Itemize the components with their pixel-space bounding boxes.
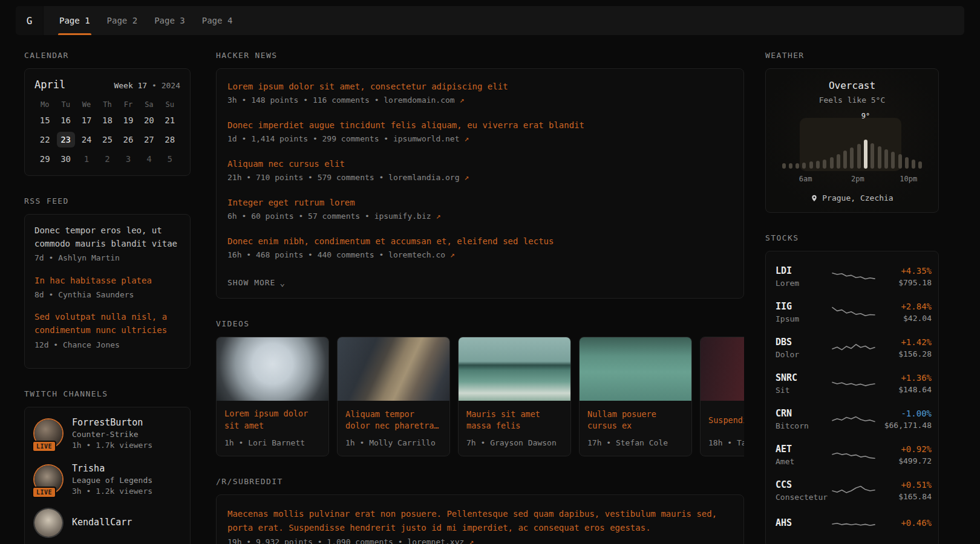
video-thumbnail[interactable] xyxy=(701,337,744,401)
rss-item-link[interactable]: Sed volutpat nulla nisl, a condimentum n… xyxy=(34,311,180,337)
calendar-day[interactable]: 29 xyxy=(36,151,54,167)
stock-name: Ipsum xyxy=(776,314,831,323)
stock-sparkline xyxy=(831,515,876,533)
twitch-channel-row[interactable]: KendallCarr xyxy=(34,509,180,537)
twitch-channel-name[interactable]: ForrestBurton xyxy=(72,417,152,428)
twitch-channel-name[interactable]: Trisha xyxy=(72,463,152,474)
video-card[interactable]: Aliquam tempor dolor nec pharetra… 1h • … xyxy=(337,337,450,456)
hackernews-item-meta: 3h • 148 points • 116 comments • loremdo… xyxy=(227,95,733,106)
calendar-day[interactable]: 3 xyxy=(119,151,137,167)
calendar-day[interactable]: 4 xyxy=(140,151,158,167)
calendar-day[interactable]: 2 xyxy=(98,151,116,167)
calendar-day[interactable]: 26 xyxy=(119,132,137,147)
weather-times: 6am2pm10pm xyxy=(782,175,923,184)
video-card[interactable]: Suspendisse diam 18h • Tara xyxy=(700,337,744,456)
weather-bar xyxy=(795,163,799,169)
twitch-channel-row[interactable]: LIVE ForrestBurton Counter-Strike 1h • 1… xyxy=(34,417,180,450)
stock-sparkline xyxy=(831,446,876,464)
page-tab[interactable]: Page 2 xyxy=(106,6,139,35)
video-thumbnail[interactable] xyxy=(338,337,449,401)
video-title-link[interactable]: Mauris sit amet massa felis xyxy=(466,408,563,432)
video-meta: 1h • Lori Barnett xyxy=(224,438,321,447)
subreddit-item-domain[interactable]: loremnet.xyz xyxy=(407,537,464,544)
video-thumbnail[interactable] xyxy=(459,337,570,401)
video-card[interactable]: Nullam posuere cursus ex 17h • Stefan Co… xyxy=(579,337,692,456)
hackernews-item-link[interactable]: Donec imperdiet augue tincidunt felis al… xyxy=(227,120,584,131)
video-card[interactable]: Mauris sit amet massa felis 7h • Grayson… xyxy=(458,337,571,456)
video-card-body: Nullam posuere cursus ex 17h • Stefan Co… xyxy=(580,401,691,456)
video-card[interactable]: Lorem ipsum dolor sit amet consectetu… 1… xyxy=(216,337,329,456)
twitch-channel-row[interactable]: LIVE Trisha League of Legends 3h • 1.2k … xyxy=(34,463,180,496)
stock-change: +0.46% xyxy=(876,518,932,528)
hackernews-item-domain[interactable]: ipsumify.biz xyxy=(374,212,431,221)
hackernews-show-more-button[interactable]: SHOW MORE⌄ xyxy=(227,276,286,290)
stock-price: $42.04 xyxy=(876,314,932,323)
stock-price: $499.72 xyxy=(876,456,932,465)
video-title-link[interactable]: Suspendisse diam xyxy=(708,408,744,432)
calendar-day[interactable]: 5 xyxy=(161,151,179,167)
calendar-day[interactable]: 20 xyxy=(140,112,158,128)
calendar-day[interactable]: 19 xyxy=(119,112,137,128)
stock-price: $156.28 xyxy=(876,349,932,358)
stock-info: DBS Dolor xyxy=(776,337,831,359)
subreddit-item-link[interactable]: Maecenas mollis pulvinar erat non posuer… xyxy=(227,507,733,534)
video-thumbnail[interactable] xyxy=(580,337,691,401)
stock-row: AHS +0.46% xyxy=(776,508,929,540)
external-link-icon: ↗ xyxy=(469,537,474,544)
hackernews-item-domain[interactable]: ipsumworld.net xyxy=(393,134,460,143)
stock-ticker: LDI xyxy=(776,265,831,276)
stock-row: LDI Lorem +4.35% $795.18 xyxy=(776,259,929,294)
twitch-channel-info: ForrestBurton Counter-Strike 1h • 1.7k v… xyxy=(72,417,152,450)
calendar-week: Week 17 xyxy=(114,81,147,90)
rss-item-link[interactable]: Donec tempor eros leo, ut commodo mauris… xyxy=(34,224,180,250)
page-tab[interactable]: Page 1 xyxy=(58,6,91,35)
hackernews-item-meta: 6h • 60 points • 57 comments • ipsumify.… xyxy=(227,211,733,222)
stock-change: +2.84% xyxy=(876,302,932,311)
app-logo[interactable]: G xyxy=(16,6,44,35)
video-title-link[interactable]: Aliquam tempor dolor nec pharetra… xyxy=(345,408,442,432)
stock-values: +0.92% $499.72 xyxy=(876,444,932,465)
calendar-day[interactable]: 15 xyxy=(36,112,54,128)
calendar-day[interactable]: 27 xyxy=(140,132,158,147)
video-meta: 1h • Molly Carrillo xyxy=(345,438,442,447)
hackernews-item-link[interactable]: Donec enim nibh, condimentum et accumsan… xyxy=(227,236,554,247)
external-link-icon: ↗ xyxy=(464,134,469,143)
twitch-channel-game: Counter-Strike xyxy=(72,430,152,439)
calendar-day[interactable]: 21 xyxy=(161,112,179,128)
calendar-panel: April Week 17 • 2024 MoTuWeThFrSaSu 15 1… xyxy=(24,68,191,176)
page-tab[interactable]: Page 4 xyxy=(201,6,234,35)
subreddit-item-meta: 19h • 9,932 points • 1,090 comments • lo… xyxy=(227,537,733,544)
weather-bar xyxy=(823,160,826,169)
calendar-day[interactable]: 24 xyxy=(77,132,96,147)
hackernews-item-link[interactable]: Lorem ipsum dolor sit amet, consectetur … xyxy=(227,81,508,92)
stock-info: AHS xyxy=(776,517,831,531)
calendar-day[interactable]: 22 xyxy=(36,132,54,147)
calendar-day[interactable]: 30 xyxy=(57,151,75,167)
calendar-day[interactable]: 28 xyxy=(161,132,179,147)
calendar-day[interactable]: 23 xyxy=(57,132,75,147)
video-thumbnail[interactable] xyxy=(217,337,328,401)
rss-item-link[interactable]: In hac habitasse platea xyxy=(34,274,152,288)
stock-values: -1.00% $66,171.48 xyxy=(876,409,932,430)
video-title-link[interactable]: Lorem ipsum dolor sit amet consectetu… xyxy=(224,408,321,432)
weather-time-label: 2pm xyxy=(851,175,864,183)
weather-bar xyxy=(864,140,867,169)
weather-bar xyxy=(918,161,922,169)
subreddit-widget-title: /R/SUBREDDIT xyxy=(216,477,744,486)
stock-sparkline xyxy=(831,482,876,500)
hackernews-item-domain[interactable]: loremtech.co xyxy=(388,250,445,259)
hackernews-item-domain[interactable]: loremdomain.com xyxy=(384,96,454,105)
calendar-day[interactable]: 17 xyxy=(77,112,96,128)
hackernews-item-link[interactable]: Aliquam nec cursus elit xyxy=(227,158,345,170)
twitch-channel-name[interactable]: KendallCarr xyxy=(72,517,132,528)
hackernews-item-domain[interactable]: loremlandia.org xyxy=(388,173,459,182)
stock-change: +0.51% xyxy=(876,480,932,490)
calendar-day[interactable]: 16 xyxy=(57,112,75,128)
calendar-day[interactable]: 1 xyxy=(77,151,96,167)
calendar-day[interactable]: 25 xyxy=(98,132,116,147)
stock-row: IIG Ipsum +2.84% $42.04 xyxy=(776,294,929,330)
hackernews-item-link[interactable]: Integer eget rutrum lorem xyxy=(227,197,355,209)
page-tab[interactable]: Page 3 xyxy=(153,6,186,35)
calendar-day[interactable]: 18 xyxy=(98,112,116,128)
video-title-link[interactable]: Nullam posuere cursus ex xyxy=(587,408,684,432)
